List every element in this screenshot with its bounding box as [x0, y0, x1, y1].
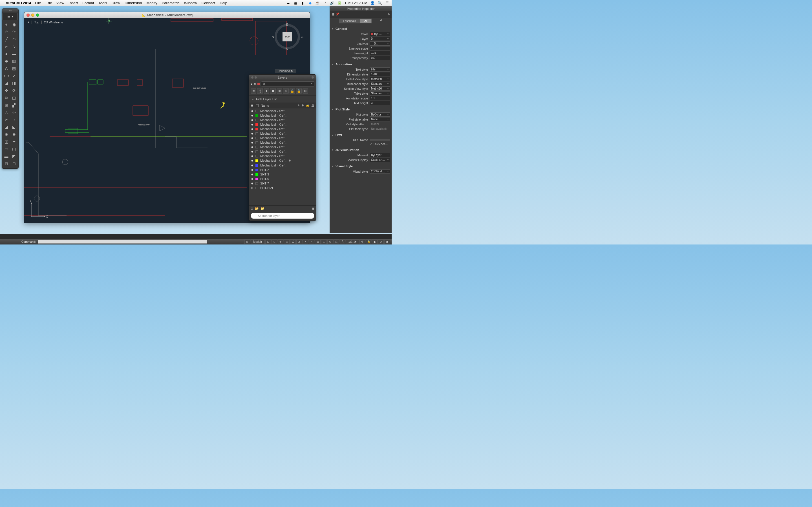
wifi-icon[interactable]: ⌔: [322, 1, 327, 5]
section-plot[interactable]: Plot Style: [332, 107, 390, 112]
tool-region[interactable]: ▭: [3, 146, 10, 152]
layer-settings-icon[interactable]: ⚙: [303, 88, 308, 94]
status-scale[interactable]: ⚖ 1:1 ▾: [346, 239, 359, 244]
viewcube[interactable]: TOP E N S W: [274, 24, 300, 49]
menu-dimension[interactable]: Dimension: [124, 1, 142, 5]
tool-explode[interactable]: ✦: [11, 138, 17, 145]
props-grid-icon[interactable]: ▦: [332, 12, 335, 16]
tool-insert[interactable]: ◪: [3, 80, 10, 86]
prop-linetype[interactable]: — B…▾: [370, 41, 390, 46]
tab-essentials[interactable]: Essentials: [339, 18, 360, 23]
tool-hatch[interactable]: ▦: [11, 58, 17, 64]
zoom-button[interactable]: [36, 13, 39, 17]
prop-layer[interactable]: 0▾: [370, 37, 390, 41]
hide-layer-list[interactable]: Hide Layer List: [249, 96, 316, 103]
prop-plotstyle[interactable]: ByColor▾: [370, 112, 390, 117]
section-3d[interactable]: 3D Visualization: [332, 147, 390, 152]
layer-row[interactable]: Mechanical - Xref…: [249, 131, 316, 136]
status-qp-icon[interactable]: ◫: [321, 239, 327, 244]
section-general[interactable]: General: [332, 26, 390, 31]
section-ucs[interactable]: UCS: [332, 133, 390, 138]
tool-text[interactable]: A: [3, 65, 10, 71]
view-unnamed[interactable]: Unnamed ⇅: [275, 69, 296, 73]
layer-visible-icon[interactable]: ●: [251, 82, 253, 86]
tool-ungroup[interactable]: ⊟: [11, 161, 17, 167]
tool-rectangle[interactable]: ▬: [11, 51, 17, 57]
layer-grid-icon[interactable]: ▦: [312, 207, 314, 210]
menu-draw[interactable]: Draw: [112, 1, 120, 5]
menu-window[interactable]: Window: [184, 1, 197, 5]
prop-color[interactable]: ByL…▾: [370, 32, 390, 36]
layer-freeze-icon[interactable]: ❄: [254, 82, 256, 86]
props-pin-icon[interactable]: 📌: [336, 12, 340, 16]
layer-row[interactable]: Mechanical - Xref…: [249, 122, 316, 127]
command-input[interactable]: [38, 240, 207, 244]
menu-icon[interactable]: ☰: [385, 1, 389, 5]
layer-lock-icon[interactable]: 🔒: [290, 88, 295, 94]
properties-title[interactable]: Properties Inspector: [330, 6, 392, 11]
status-ws-icon[interactable]: ⚙: [359, 239, 365, 244]
status-grid-icon[interactable]: ⊞: [245, 239, 250, 244]
tool-group[interactable]: ⊡: [3, 161, 10, 167]
tool-copy[interactable]: ⧉: [3, 95, 10, 101]
tool-array[interactable]: ⊞: [3, 102, 10, 108]
menu-edit[interactable]: Edit: [45, 1, 52, 5]
prop-material[interactable]: ByLayer▾: [370, 153, 390, 157]
prop-shadow[interactable]: Casts an…▾: [370, 158, 390, 162]
prop-transparency[interactable]: ▭ 0: [370, 56, 390, 60]
prop-mleader[interactable]: Standard▾: [370, 82, 390, 86]
layer-row[interactable]: Mechanical - Xref…: [249, 118, 316, 122]
layer-row[interactable]: Mechanical - Xref…: [249, 113, 316, 118]
status-snap-icon[interactable]: ⊡: [265, 239, 271, 244]
clock[interactable]: Tue 12:17 PM: [345, 1, 367, 5]
volume-icon[interactable]: 🔊: [330, 1, 335, 5]
layer-states-icon[interactable]: ≋: [251, 88, 256, 94]
spotlight-icon[interactable]: 👤: [370, 1, 375, 5]
color-column-icon[interactable]: [256, 104, 259, 107]
menu-connect[interactable]: Connect: [202, 1, 215, 5]
status-polar-icon[interactable]: ⊛: [278, 239, 283, 244]
layer-row[interactable]: Mechanical - Xref…: [249, 136, 316, 140]
picture-icon[interactable]: ▦: [293, 1, 298, 5]
status-anno-icon[interactable]: ⚖: [334, 239, 339, 244]
props-pick-icon[interactable]: ✎: [388, 12, 390, 16]
tag-icon[interactable]: ◆: [308, 1, 312, 5]
tool-align[interactable]: ◤: [11, 153, 17, 159]
layer-row[interactable]: Mechanical - Xref… ❄: [249, 158, 316, 163]
battery-icon[interactable]: 🔋: [337, 1, 342, 5]
layer-row[interactable]: SHT-3: [249, 172, 316, 177]
layer-search-input[interactable]: [251, 213, 314, 219]
palette-grip[interactable]: [2, 9, 18, 12]
layer-freeze2-icon[interactable]: ❄: [276, 88, 282, 94]
layer-filter-icon[interactable]: ⇶: [257, 88, 263, 94]
status-ducs-icon[interactable]: ⊿: [296, 239, 302, 244]
plot-column-icon[interactable]: 🖶: [311, 104, 314, 107]
layer-row[interactable]: Mechanical - Xref…: [249, 149, 316, 154]
visibility-column-icon[interactable]: ◉: [251, 104, 253, 107]
tool-join[interactable]: ⊕: [3, 131, 10, 137]
status-hw-icon[interactable]: ◧: [372, 239, 377, 244]
app-name[interactable]: AutoCAD 2014: [6, 1, 31, 5]
tool-break[interactable]: ⊖: [11, 131, 17, 137]
prop-textheight[interactable]: 3: [370, 101, 390, 105]
layer-row[interactable]: Mechanical - Xref…: [249, 127, 316, 131]
layer-thaw-icon[interactable]: ☀: [283, 88, 289, 94]
tool-polyline[interactable]: ⌐: [3, 43, 10, 50]
prop-lineweight[interactable]: — B…▾: [370, 51, 390, 55]
tool-boundary[interactable]: ▢: [11, 146, 17, 152]
section-visual[interactable]: Visual Style: [332, 164, 390, 169]
freeze-column-icon[interactable]: ❄: [301, 104, 304, 107]
tool-point[interactable]: +: [3, 21, 10, 27]
layer-unlock-icon[interactable]: 🔓: [296, 88, 302, 94]
workspace-dropdown[interactable]: ▭ ▾: [3, 13, 18, 20]
tool-fillet[interactable]: ◢: [3, 124, 10, 130]
prop-section[interactable]: Metric50▾: [370, 87, 390, 91]
section-annotation[interactable]: Annotation: [332, 62, 390, 67]
layer-color-icon[interactable]: [257, 83, 260, 86]
tool-chamfer[interactable]: ◣: [11, 124, 17, 130]
layers-title[interactable]: Layers: [249, 75, 316, 80]
prop-ucs-name[interactable]: [370, 139, 390, 140]
menu-view[interactable]: View: [56, 1, 64, 5]
status-sc-icon[interactable]: ⊙: [327, 239, 333, 244]
menu-parametric[interactable]: Parametric: [162, 1, 180, 5]
